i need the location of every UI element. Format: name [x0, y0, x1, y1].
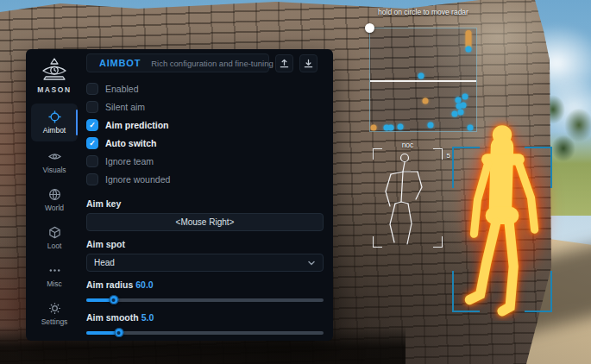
- eye-icon: [48, 150, 61, 163]
- check-icon: ✓: [89, 122, 96, 129]
- esp-player-distance: 5: [447, 152, 450, 160]
- checkbox-label: Enabled: [105, 84, 139, 94]
- export-config-button[interactable]: [299, 54, 318, 72]
- sidebar-item-label: Loot: [47, 242, 62, 250]
- esp-box-corner: [452, 271, 480, 312]
- esp-skeleton: [373, 148, 443, 248]
- aim-smooth-slider[interactable]: [86, 328, 324, 337]
- aim-key-label: Aim key: [86, 198, 324, 209]
- radar-item-marker: [422, 98, 428, 104]
- aim-smooth-label: Aim smooth5.0: [86, 312, 324, 323]
- aim-radius-value: 60.0: [135, 279, 153, 290]
- checkbox-label: Ignore wounded: [105, 174, 170, 185]
- cheat-menu-panel: MASON Aimbot Visuals: [26, 49, 333, 341]
- crosshair-icon: [48, 110, 61, 123]
- checkbox-label: Silent aim: [105, 102, 145, 112]
- radar-item-marker: [370, 125, 376, 131]
- checkbox-aim-prediction[interactable]: ✓ Aim prediction: [86, 119, 324, 131]
- section-title: AIMBOT: [99, 58, 141, 68]
- section-header: AIMBOT Rich configuration and fine-tunin…: [86, 53, 269, 72]
- sidebar-item-misc[interactable]: Misc: [31, 259, 78, 293]
- radar-enemy-marker: [456, 97, 462, 103]
- radar-enemy-marker: [465, 47, 471, 53]
- game-screen: noc 5 hold on circle to move radar: [0, 0, 591, 364]
- import-config-button[interactable]: [275, 54, 293, 72]
- radar-hint-text: hold on circle to move radar: [366, 8, 481, 16]
- slider-track[interactable]: [86, 298, 324, 302]
- esp-player-name: noc: [373, 141, 443, 149]
- esp-box-corner: [452, 147, 480, 188]
- radar-enemy-marker: [462, 93, 468, 99]
- checkbox-box[interactable]: ✓: [86, 119, 98, 131]
- skeleton-box-corner: [373, 236, 382, 248]
- checkbox-enabled[interactable]: ✓ Enabled: [86, 83, 324, 95]
- download-icon: [304, 59, 313, 68]
- skeleton-box-corner: [433, 148, 443, 160]
- checkbox-box[interactable]: ✓: [86, 83, 98, 95]
- ellipsis-icon: [48, 264, 61, 277]
- cube-icon: [48, 226, 61, 239]
- sidebar-item-label: Misc: [47, 279, 61, 288]
- sidebar-item-aimbot[interactable]: Aimbot: [31, 104, 78, 141]
- panel-header-row: AIMBOT Rich configuration and fine-tunin…: [86, 53, 324, 72]
- slider-thumb[interactable]: [109, 295, 118, 304]
- aim-smooth-label-text: Aim smooth: [86, 312, 139, 323]
- slider-thumb[interactable]: [114, 328, 123, 337]
- aim-spot-value: Head: [94, 258, 115, 267]
- esp-box-corner: [525, 147, 552, 188]
- sidebar-nav: Aimbot Visuals World: [31, 104, 78, 335]
- radar-enemy-marker: [418, 73, 424, 79]
- sidebar-item-world[interactable]: World: [31, 183, 78, 217]
- esp-box-corner: [525, 271, 552, 312]
- sidebar-item-label: World: [45, 204, 64, 212]
- aim-radius-label-text: Aim radius: [86, 279, 133, 290]
- checkbox-label: Auto switch: [105, 138, 157, 148]
- sidebar-item-loot[interactable]: Loot: [31, 221, 78, 255]
- mason-eye-icon: [40, 57, 69, 83]
- checkbox-list: ✓ Enabled ✓ Silent aim ✓ Aim prediction …: [86, 83, 324, 191]
- brand-name: MASON: [37, 85, 72, 94]
- chevron-down-icon: [307, 259, 316, 267]
- radar-enemy-marker: [387, 125, 393, 131]
- radar-enemy-marker: [398, 124, 404, 130]
- check-icon: ✓: [89, 140, 96, 147]
- checkbox-box[interactable]: ✓: [86, 137, 98, 149]
- sidebar-item-visuals[interactable]: Visuals: [31, 145, 78, 179]
- upload-icon: [280, 59, 289, 68]
- radar-enemy-marker: [461, 103, 467, 109]
- section-subtitle: Rich configuration and fine-tuning: [151, 59, 273, 68]
- aim-smooth-value: 5.0: [141, 312, 154, 323]
- radar-dots: [370, 28, 476, 131]
- checkbox-box[interactable]: ✓: [86, 173, 98, 185]
- checkbox-ignore-wounded[interactable]: ✓ Ignore wounded: [86, 173, 324, 185]
- checkbox-label: Aim prediction: [105, 120, 169, 130]
- aim-radius-slider[interactable]: [86, 295, 324, 304]
- aim-spot-label: Aim spot: [86, 239, 324, 249]
- globe-icon: [48, 188, 61, 201]
- radar-enemy-marker: [458, 110, 464, 116]
- skeleton-box-corner: [373, 148, 382, 160]
- checkbox-auto-switch[interactable]: ✓ Auto switch: [86, 137, 324, 149]
- aim-radius-label: Aim radius60.0: [86, 279, 324, 290]
- aim-key-button[interactable]: <Mouse Right>: [86, 213, 324, 231]
- checkbox-ignore-team[interactable]: ✓ Ignore team: [86, 155, 324, 167]
- checkbox-silent-aim[interactable]: ✓ Silent aim: [86, 101, 324, 113]
- sidebar: MASON Aimbot Visuals: [26, 49, 83, 341]
- checkbox-label: Ignore team: [105, 156, 154, 166]
- checkbox-box[interactable]: ✓: [86, 155, 98, 167]
- checkbox-box[interactable]: ✓: [86, 101, 98, 113]
- radar: [369, 28, 477, 132]
- sidebar-item-label: Visuals: [42, 166, 66, 174]
- sidebar-item-label: Settings: [41, 317, 68, 326]
- panel-main: AIMBOT Rich configuration and fine-tunin…: [83, 49, 333, 341]
- aim-spot-select[interactable]: Head: [86, 254, 324, 272]
- brand-logo: MASON: [37, 57, 72, 94]
- skeleton-box-corner: [433, 236, 443, 248]
- sidebar-item-settings[interactable]: Settings: [31, 297, 78, 331]
- esp-skeleton-box: noc 5: [373, 148, 443, 248]
- radar-enemy-marker: [468, 125, 474, 131]
- esp-target-box: [452, 147, 552, 312]
- radar-enemy-marker: [427, 122, 433, 129]
- gear-icon: [48, 302, 61, 315]
- sidebar-item-label: Aimbot: [43, 126, 66, 135]
